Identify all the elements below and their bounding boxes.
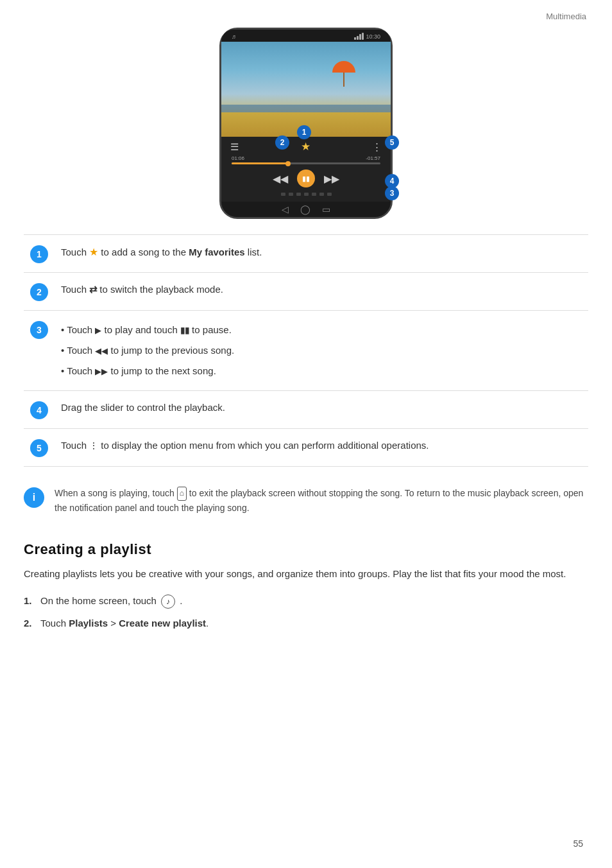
table-row: 5 Touch ⋮ to display the option menu fro… [24, 429, 588, 467]
prev-icon-inline: ◀◀ [95, 346, 108, 356]
step-1: 1. On the home screen, touch ♪ . [24, 593, 588, 609]
mini-dot-1 [281, 193, 285, 196]
badge-1: 1 [297, 125, 311, 139]
row-content-4: Drag the slider to control the playback. [61, 400, 582, 415]
row-content-3: Touch ▶ to play and touch ▮▮ to pause. T… [61, 320, 582, 381]
star-icon[interactable]: ★ [301, 140, 310, 153]
progress-track[interactable] [232, 162, 380, 164]
badge-3: 3 [385, 186, 399, 200]
current-time: 01:06 [232, 155, 244, 161]
options-menu-icon[interactable]: ⋮ [372, 141, 382, 153]
music-controls-strip: ☰ ★ ⋮ 01:06 -01:57 ◀ [221, 137, 391, 202]
row-badge-1: 1 [30, 245, 48, 263]
mini-dot-3 [296, 193, 301, 196]
step-2-text: Touch Playlists > Create new playlist. [40, 615, 208, 632]
bullet-list-3: Touch ▶ to play and touch ▮▮ to pause. T… [61, 320, 582, 381]
mini-dot-2 [289, 193, 293, 196]
section-body-creating-playlist: Creating playlists lets you be creative … [24, 566, 588, 582]
music-app-icon: ♪ [161, 595, 175, 609]
numbered-steps: 1. On the home screen, touch ♪ . 2. Touc… [24, 593, 588, 632]
play-icon: ▶ [95, 326, 101, 335]
phone-outer-wrapper: 1 2 5 4 3 ♬ 10:30 [216, 28, 396, 219]
progress-fill [232, 162, 288, 164]
signal-bar-4 [362, 33, 364, 40]
table-row: 1 Touch ★ to add a song to the My favori… [24, 235, 588, 273]
pause-button[interactable]: ▮▮ [297, 169, 315, 187]
table-row: 4 Drag the slider to control the playbac… [24, 391, 588, 429]
signal-bar-3 [359, 34, 361, 40]
page-category: Multimedia [0, 0, 612, 21]
next-icon-inline: ▶▶ [95, 367, 108, 376]
mini-dot-6 [319, 193, 324, 196]
row-badge-4: 4 [30, 401, 48, 419]
list-item: Touch ▶▶ to jump to the next song. [61, 361, 582, 381]
row-content-2: Touch ⇄ to switch the playback mode. [61, 282, 582, 297]
row-badge-3: 3 [30, 321, 48, 339]
phone-bottom-nav: ◁ ◯ ▭ [221, 202, 391, 217]
signal-bar-2 [357, 36, 359, 40]
mini-dot-4 [304, 193, 309, 196]
info-note-text: When a song is playing, touch ⌂ to exit … [55, 486, 588, 516]
recents-nav-icon[interactable]: ▭ [322, 204, 330, 214]
list-item: Touch ◀◀ to jump to the previous song. [61, 340, 582, 361]
mini-dots-row [228, 191, 384, 199]
status-notification-icon: ♬ [232, 33, 236, 40]
next-button[interactable]: ▶▶ [324, 173, 339, 185]
list-item: Touch ▶ to play and touch ▮▮ to pause. [61, 320, 582, 340]
row-content-5: Touch ⋮ to display the option menu from … [61, 438, 582, 453]
info-note: i When a song is playing, touch ⌂ to exi… [24, 480, 588, 522]
phone-image-section: 1 2 5 4 3 ♬ 10:30 [0, 28, 612, 219]
mini-dot-5 [312, 193, 316, 196]
pause-icon-inline: ▮▮ [180, 326, 189, 335]
repeat-icon: ⇄ [89, 284, 97, 295]
step-2-number: 2. [24, 615, 35, 632]
home-return-icon: ⌂ [177, 487, 187, 501]
page-number: 55 [573, 838, 583, 849]
progress-thumb [285, 161, 291, 166]
star-icon: ★ [89, 247, 98, 257]
progress-section: 01:06 -01:57 [228, 153, 384, 166]
home-nav-icon[interactable]: ◯ [300, 204, 310, 214]
table-row: 3 Touch ▶ to play and touch ▮▮ to pause.… [24, 311, 588, 391]
signal-bars [354, 33, 364, 40]
status-right: 10:30 [354, 33, 380, 40]
row-badge-2: 2 [30, 283, 48, 301]
umbrella-canopy [332, 61, 355, 73]
step-2: 2. Touch Playlists > Create new playlist… [24, 615, 588, 632]
options-icon-inline: ⋮ [89, 440, 98, 451]
phone-device: ♬ 10:30 [219, 28, 393, 219]
music-art-scene [221, 42, 391, 137]
remaining-time: -01:57 [366, 155, 380, 161]
badge-2: 2 [275, 135, 289, 150]
time-row: 01:06 -01:57 [232, 155, 380, 161]
pause-icon: ▮▮ [302, 175, 310, 183]
controls-top-row: ☰ ★ ⋮ [228, 140, 384, 153]
step-1-text: On the home screen, touch ♪ . [40, 593, 182, 609]
table-row: 2 Touch ⇄ to switch the playback mode. [24, 273, 588, 311]
signal-bar-1 [354, 37, 356, 40]
mini-dot-7 [327, 193, 332, 196]
playback-controls: ◀◀ ▮▮ ▶▶ [228, 166, 384, 191]
badge-5: 5 [385, 135, 399, 150]
description-table: 1 Touch ★ to add a song to the My favori… [24, 234, 588, 467]
step-1-number: 1. [24, 593, 35, 609]
list-icon[interactable]: ☰ [230, 141, 239, 153]
row-content-1: Touch ★ to add a song to the My favorite… [61, 244, 582, 261]
prev-button[interactable]: ◀◀ [273, 173, 288, 185]
status-time: 10:30 [366, 33, 380, 40]
back-nav-icon[interactable]: ◁ [282, 204, 289, 214]
umbrella-pole [343, 73, 344, 87]
scene-umbrella [332, 61, 355, 87]
section-heading-creating-playlist: Creating a playlist [24, 541, 588, 558]
row-badge-5: 5 [30, 439, 48, 457]
phone-status-bar: ♬ 10:30 [221, 30, 391, 42]
info-icon: i [24, 487, 44, 508]
